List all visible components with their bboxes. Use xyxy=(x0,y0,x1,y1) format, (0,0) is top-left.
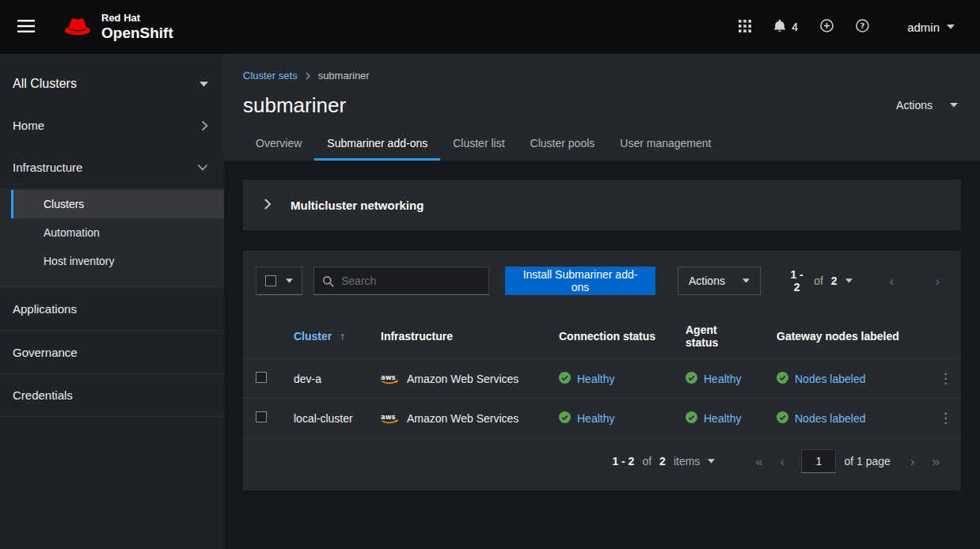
bottom-pagination: 1 - 2 of 2 items « ‹ of 1 page › xyxy=(243,438,961,490)
row-checkbox[interactable] xyxy=(256,411,267,422)
infrastructure-label: Amazon Web Services xyxy=(407,373,518,385)
user-menu-dropdown[interactable]: admin xyxy=(904,14,958,40)
row-kebab-button[interactable]: ⋮ xyxy=(929,408,962,428)
sidebar-item-credentials[interactable]: Credentials xyxy=(0,373,224,417)
menu-icon xyxy=(17,20,35,35)
search-icon xyxy=(322,275,334,287)
expand-toggle-button[interactable] xyxy=(251,188,284,221)
previous-page-button[interactable]: ‹ xyxy=(881,271,903,291)
breadcrumb: Cluster sets submariner xyxy=(243,70,961,81)
gateway-status-link[interactable]: Nodes labeled xyxy=(777,372,866,386)
page-content: Multicluster networking xyxy=(224,161,980,549)
check-circle-icon xyxy=(559,411,571,426)
caret-down-icon xyxy=(947,25,955,29)
previous-page-button[interactable]: ‹ xyxy=(772,452,794,471)
cluster-selector-dropdown[interactable]: All Clusters xyxy=(0,63,224,104)
pagination-range: 1 - 2 xyxy=(788,268,806,293)
row-checkbox[interactable] xyxy=(256,372,267,383)
sidebar-item-automation[interactable]: Automation xyxy=(0,218,224,247)
pagination-range: 1 - 2 xyxy=(612,455,634,468)
connection-status-link[interactable]: Healthy xyxy=(559,411,614,426)
check-circle-icon xyxy=(686,411,697,426)
pagination-items-label: items xyxy=(674,455,700,468)
aws-icon: aws xyxy=(381,412,400,424)
status-label: Healthy xyxy=(704,412,741,425)
add-button[interactable] xyxy=(809,13,845,41)
sidebar-item-infrastructure[interactable]: Infrastructure xyxy=(0,146,224,188)
page-actions-dropdown[interactable]: Actions xyxy=(893,93,961,118)
page-number-input[interactable] xyxy=(801,449,836,473)
aws-icon: aws xyxy=(381,373,400,384)
search-box xyxy=(313,267,489,295)
next-page-button[interactable]: › xyxy=(926,271,948,291)
sidebar-item-applications[interactable]: Applications xyxy=(0,286,224,330)
sidebar-item-host-inventory[interactable]: Host inventory xyxy=(0,247,224,275)
last-page-button[interactable]: » xyxy=(924,452,948,471)
page-title: submariner xyxy=(243,93,346,118)
install-submariner-addons-button[interactable]: Install Submariner add-ons xyxy=(505,267,655,295)
header-checkbox-cell xyxy=(243,311,281,359)
brand-name-openshift: OpenShift xyxy=(101,25,173,41)
masthead: Red Hat OpenShift xyxy=(0,0,980,54)
bell-icon xyxy=(773,19,786,35)
cluster-name: local-cluster xyxy=(294,412,353,425)
menu-toggle-button[interactable] xyxy=(14,15,38,40)
items-per-page-toggle[interactable]: 1 - 2 of 2 items xyxy=(607,450,720,472)
pagination-options-toggle[interactable]: 1 - 2 of 2 xyxy=(783,263,857,298)
gateway-status-link[interactable]: Nodes labeled xyxy=(777,411,866,426)
notification-count: 4 xyxy=(792,21,798,33)
agent-status-link[interactable]: Healthy xyxy=(686,411,741,426)
app-launcher-button[interactable] xyxy=(727,13,762,41)
tab-submariner-add-ons[interactable]: Submariner add-ons xyxy=(314,127,440,161)
next-page-button[interactable]: › xyxy=(902,452,924,471)
angle-right-icon: › xyxy=(910,454,915,469)
column-label: Cluster xyxy=(294,330,332,343)
red-hat-icon xyxy=(62,15,93,40)
angle-double-right-icon: » xyxy=(933,454,940,469)
bulk-select-checkbox[interactable] xyxy=(265,275,276,286)
status-label: Healthy xyxy=(577,412,614,425)
sidebar-item-label: Governance xyxy=(13,346,78,359)
app-launcher-icon xyxy=(739,20,751,35)
kebab-icon: ⋮ xyxy=(939,411,952,426)
check-circle-icon xyxy=(777,411,788,426)
application-window: Red Hat OpenShift xyxy=(0,0,980,549)
first-page-button[interactable]: « xyxy=(746,452,771,471)
tab-cluster-list[interactable]: Cluster list xyxy=(440,127,517,161)
multicluster-networking-panel: Multicluster networking xyxy=(243,180,961,230)
table-header-row: Cluster ↑ Infrastructure Connection stat… xyxy=(243,311,961,359)
header-kebab-cell xyxy=(917,311,961,359)
sidebar-subitem-clusters-row: Clusters xyxy=(0,190,224,218)
tab-overview[interactable]: Overview xyxy=(243,127,314,161)
agent-status-link[interactable]: Healthy xyxy=(686,372,741,386)
sidebar-item-clusters[interactable]: Clusters xyxy=(11,190,224,218)
help-button[interactable]: ? xyxy=(845,13,880,41)
bulk-select-dropdown-toggle[interactable] xyxy=(286,278,293,283)
search-input[interactable] xyxy=(341,274,481,287)
breadcrumb-link-cluster-sets[interactable]: Cluster sets xyxy=(243,70,298,81)
main-content: Cluster sets submariner submariner Actio… xyxy=(224,54,980,549)
caret-down-icon xyxy=(743,278,750,283)
sidebar-item-governance[interactable]: Governance xyxy=(0,330,224,373)
sidebar-item-label: Infrastructure xyxy=(13,161,82,174)
caret-down-icon xyxy=(950,103,958,108)
sidebar-item-home[interactable]: Home xyxy=(0,104,224,146)
tab-label: Overview xyxy=(256,137,302,150)
question-circle-icon: ? xyxy=(856,19,869,35)
tab-cluster-pools[interactable]: Cluster pools xyxy=(518,127,608,161)
table-row-dev-a: dev-a aws xyxy=(243,359,961,399)
row-kebab-button[interactable]: ⋮ xyxy=(929,369,962,388)
pagination-of: of xyxy=(814,274,823,287)
status-label: Healthy xyxy=(577,373,614,385)
sidebar-subitem-automation-row: Automation xyxy=(0,218,224,247)
table-actions-dropdown[interactable]: Actions xyxy=(678,267,761,295)
column-header-cluster[interactable]: Cluster ↑ xyxy=(294,330,345,343)
tab-user-management[interactable]: User management xyxy=(607,127,724,161)
masthead-toolbar: 4 ? admin xyxy=(727,13,958,41)
connection-status-link[interactable]: Healthy xyxy=(559,372,614,386)
notifications-button[interactable]: 4 xyxy=(762,13,809,41)
bulk-select-control xyxy=(256,267,302,295)
pagination-total: 2 xyxy=(659,455,666,468)
sidebar-item-label: Applications xyxy=(13,302,77,316)
table-actions-label: Actions xyxy=(689,274,725,287)
